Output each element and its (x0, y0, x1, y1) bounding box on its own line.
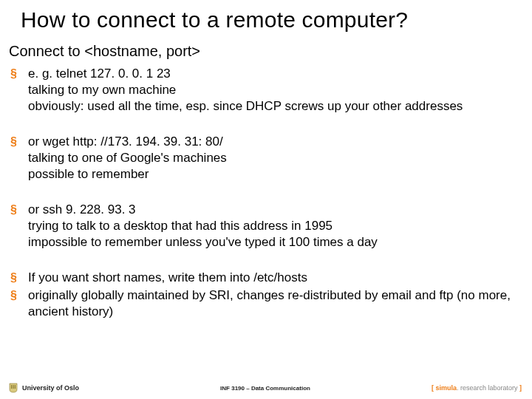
bullet-item: §originally globally maintained by SRI, … (9, 287, 517, 320)
bullet-text: or wget http: //173. 194. 39. 31: 80/tal… (28, 134, 517, 183)
bullet-marker-icon: § (9, 202, 28, 218)
bullet-item: §or wget http: //173. 194. 39. 31: 80/ta… (9, 134, 517, 183)
footer-university: University of Oslo (22, 384, 79, 392)
bullet-line: e. g. telnet 127. 0. 0. 1 23 (28, 66, 517, 82)
bullet-line: impossible to remember unless you've typ… (28, 234, 517, 250)
bullet-text: originally globally maintained by SRI, c… (28, 287, 517, 320)
bullet-line: or ssh 9. 228. 93. 3 (28, 202, 517, 218)
footer: University of Oslo INF 3190 – Data Commu… (0, 380, 532, 396)
slide-title: How to connect to a remote computer? (0, 0, 532, 33)
bullet-item: §or ssh 9. 228. 93. 3trying to talk to a… (9, 202, 517, 250)
footer-course: INF 3190 – Data Communication (157, 385, 374, 392)
footer-left: University of Oslo (0, 383, 157, 393)
slide-subtitle: Connect to <hostname, port> (0, 33, 532, 60)
bullet-line: or wget http: //173. 194. 39. 31: 80/ (28, 134, 517, 150)
bullet-line: obviously: used all the time, esp. since… (28, 98, 517, 115)
svg-rect-1 (13, 385, 13, 389)
svg-rect-2 (15, 385, 16, 389)
bullet-item: §If you want short names, write them int… (9, 270, 517, 286)
university-crest-icon (9, 383, 18, 393)
bullet-text: If you want short names, write them into… (28, 270, 517, 286)
svg-rect-0 (11, 385, 12, 389)
bullet-marker-icon: § (9, 134, 28, 150)
bullet-line: trying to talk to a desktop that had thi… (28, 218, 517, 234)
slide-content: §e. g. telnet 127. 0. 0. 1 23talking to … (0, 60, 532, 320)
bullet-line: If you want short names, write them into… (28, 270, 517, 286)
slide: How to connect to a remote computer? Con… (0, 0, 532, 399)
bullet-item: §e. g. telnet 127. 0. 0. 1 23talking to … (9, 66, 517, 115)
bullet-marker-icon: § (9, 270, 28, 286)
bullet-line: possible to remember (28, 166, 517, 183)
footer-lab: [ simula. research laboratory ] (374, 384, 532, 392)
bullet-line: originally globally maintained by SRI, c… (28, 287, 517, 320)
bullet-text: e. g. telnet 127. 0. 0. 1 23talking to m… (28, 66, 517, 115)
bullet-marker-icon: § (9, 66, 28, 82)
bullet-line: talking to one of Google's machines (28, 150, 517, 166)
bullet-text: or ssh 9. 228. 93. 3trying to talk to a … (28, 202, 517, 250)
bullet-marker-icon: § (9, 287, 28, 304)
bullet-line: talking to my own machine (28, 82, 517, 98)
